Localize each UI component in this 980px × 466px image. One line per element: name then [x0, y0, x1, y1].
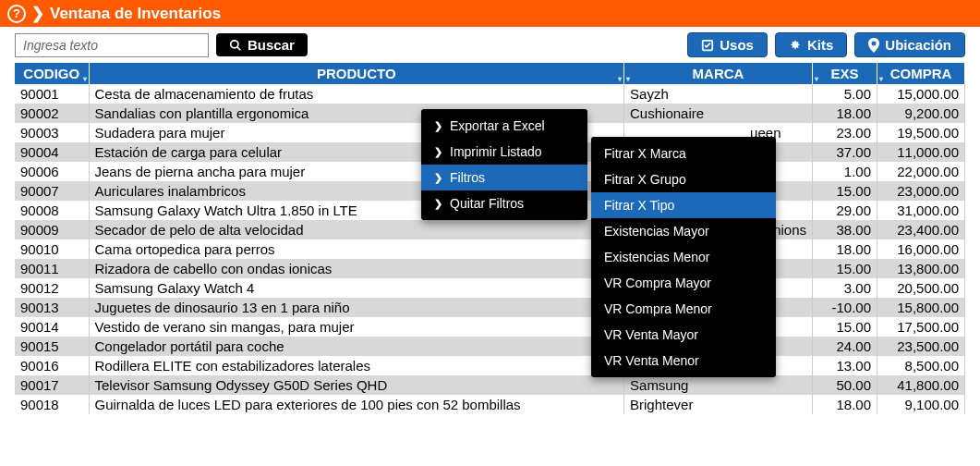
cell-producto: Televisor Samsung Odyssey G50D Series QH…	[89, 375, 624, 395]
cell-exs: 37.00	[813, 142, 877, 162]
col-compra[interactable]: ▾COMPRA	[877, 63, 965, 84]
usos-button-label: Usos	[720, 37, 754, 53]
menu-item-label: VR Compra Menor	[604, 301, 712, 316]
location-pin-icon	[868, 38, 879, 53]
table-row[interactable]: 90017Televisor Samsung Odyssey G50D Seri…	[15, 375, 965, 395]
cell-exs: 18.00	[813, 239, 877, 259]
cell-compra: 15,800.00	[877, 298, 965, 317]
table-row[interactable]: 90016Rodillera ELITE con estabilizadores…	[15, 356, 965, 375]
menu-item[interactable]: Fitrar X Marca	[591, 141, 776, 166]
cell-compra: 9,100.00	[877, 395, 965, 414]
cell-producto: Rizadora de cabello con ondas ionicas	[89, 259, 624, 278]
col-codigo[interactable]: CODIGO▾	[15, 63, 89, 84]
menu-item-label: VR Compra Mayor	[604, 276, 711, 290]
table-row[interactable]: 90018Guirnalda de luces LED para exterio…	[15, 395, 965, 414]
cell-codigo: 90018	[15, 395, 89, 414]
menu-item[interactable]: VR Venta Menor	[591, 348, 776, 374]
context-menu-filters: Fitrar X MarcaFitrar X GrupoFitrar X Tip…	[591, 137, 776, 377]
cell-marca: Brightever	[624, 395, 813, 414]
cell-codigo: 90009	[15, 220, 89, 239]
ubicacion-button-label: Ubicación	[885, 37, 951, 53]
menu-item[interactable]: ❯Quitar Filtros	[421, 190, 587, 216]
cell-exs: 15.00	[813, 181, 877, 201]
menu-item[interactable]: VR Compra Mayor	[591, 270, 776, 296]
table-row[interactable]: 90014Vestido de verano sin mangas, para …	[15, 317, 965, 337]
cell-compra: 13,800.00	[877, 259, 965, 278]
svg-point-0	[231, 40, 238, 47]
cell-codigo: 90014	[15, 317, 89, 337]
cell-compra: 31,000.00	[877, 201, 965, 220]
kits-button-label: Kits	[807, 37, 833, 53]
cell-compra: 15,000.00	[877, 84, 965, 104]
toolbar: Buscar Usos Kits Ubicación	[0, 27, 980, 63]
cell-compra: 22,000.00	[877, 162, 965, 181]
chevron-right-icon: ❯	[434, 172, 442, 184]
window-header: ? ❯ Ventana de Inventarios	[0, 0, 980, 27]
table-row[interactable]: 90001Cesta de almacenamiento de frutasSa…	[15, 84, 965, 104]
menu-item[interactable]: VR Compra Menor	[591, 296, 776, 322]
cell-exs: 29.00	[813, 201, 877, 220]
cell-codigo: 90010	[15, 239, 89, 259]
menu-item[interactable]: Existencias Mayor	[591, 218, 776, 244]
cell-compra: 20,500.00	[877, 278, 965, 298]
menu-item[interactable]: Fitrar X Tipo	[591, 192, 776, 218]
usos-button[interactable]: Usos	[687, 32, 768, 57]
menu-item[interactable]: Fitrar X Grupo	[591, 166, 776, 192]
menu-item[interactable]: ❯Imprimir Listado	[421, 139, 587, 165]
cell-codigo: 90001	[15, 84, 89, 104]
gear-icon	[789, 39, 802, 52]
cell-compra: 23,400.00	[877, 220, 965, 239]
cell-exs: 50.00	[813, 375, 877, 395]
menu-item[interactable]: Existencias Menor	[591, 244, 776, 270]
menu-item-label: Fitrar X Tipo	[604, 198, 674, 213]
search-input[interactable]	[15, 33, 209, 57]
cell-producto: Secador de pelo de alta velocidad	[89, 220, 624, 239]
menu-item-label: VR Venta Mayor	[604, 327, 698, 342]
context-menu-main: ❯Exportar a Excel❯Imprimir Listado❯Filtr…	[421, 109, 587, 220]
col-producto[interactable]: PRODUCTO▾	[89, 63, 624, 84]
cell-producto: Guirnalda de luces LED para exteriores d…	[89, 395, 624, 414]
kits-button[interactable]: Kits	[775, 32, 847, 57]
help-icon[interactable]: ?	[7, 5, 26, 23]
ubicacion-button[interactable]: Ubicación	[854, 32, 965, 57]
menu-item[interactable]: VR Venta Mayor	[591, 322, 776, 348]
table-row[interactable]: 90015Congelador portátil para cocheXXXXX…	[15, 337, 965, 356]
menu-item-label: Fitrar X Grupo	[604, 172, 686, 187]
cell-codigo: 90012	[15, 278, 89, 298]
cell-exs: 15.00	[813, 317, 877, 337]
search-button[interactable]: Buscar	[216, 33, 308, 56]
check-square-icon	[701, 39, 714, 52]
cell-codigo: 90003	[15, 123, 89, 142]
col-exs[interactable]: ▾EXS	[813, 63, 877, 84]
cell-codigo: 90017	[15, 375, 89, 395]
table-row[interactable]: 90010Cama ortopedica para perrosXXXXXXXX…	[15, 239, 965, 259]
menu-item[interactable]: ❯Exportar a Excel	[421, 113, 587, 139]
cell-exs: 23.00	[813, 123, 877, 142]
table-row[interactable]: 90013Juguetes de dinosaurio 13 en 1 para…	[15, 298, 965, 317]
cell-exs: 3.00	[813, 278, 877, 298]
cell-codigo: 90011	[15, 259, 89, 278]
cell-compra: 23,500.00	[877, 337, 965, 356]
chevron-right-icon: ❯	[434, 198, 442, 210]
cell-compra: 8,500.00	[877, 356, 965, 375]
menu-item-label: Quitar Filtros	[450, 196, 524, 211]
menu-item[interactable]: ❯Filtros	[421, 165, 587, 190]
table-row[interactable]: 90012Samsung Galaxy Watch 4XXXXXXXXXXXXX…	[15, 278, 965, 298]
table-row[interactable]: 90011Rizadora de cabello con ondas ionic…	[15, 259, 965, 278]
menu-item-label: Existencias Menor	[604, 250, 709, 264]
cell-producto: Congelador portátil para coche	[89, 337, 624, 356]
menu-item-label: VR Venta Menor	[604, 353, 699, 368]
cell-compra: 9,200.00	[877, 104, 965, 123]
cell-marca: Samsung	[624, 375, 813, 395]
table-row[interactable]: 90009Secador de pelo de alta velocidadXX…	[15, 220, 965, 239]
cell-exs: 38.00	[813, 220, 877, 239]
cell-marca: Sayzh	[624, 84, 813, 104]
cell-compra: 17,500.00	[877, 317, 965, 337]
search-button-label: Buscar	[248, 37, 295, 53]
col-marca[interactable]: ▾MARCA	[624, 63, 813, 84]
cell-codigo: 90016	[15, 356, 89, 375]
cell-codigo: 90015	[15, 337, 89, 356]
cell-producto: Rodillera ELITE con estabilizadores late…	[89, 356, 624, 375]
cell-producto: Samsung Galaxy Watch 4	[89, 278, 624, 298]
cell-codigo: 90006	[15, 162, 89, 181]
